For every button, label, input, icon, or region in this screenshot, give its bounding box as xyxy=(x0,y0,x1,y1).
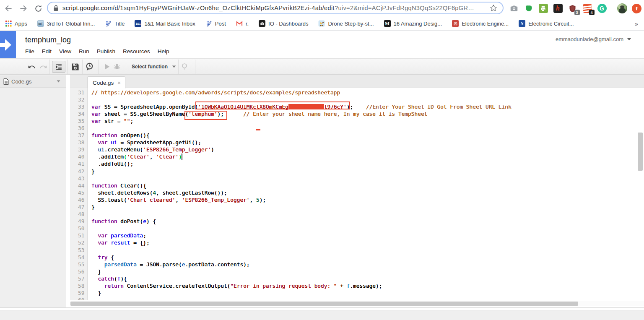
hackernoon-extension-button[interactable]: h xyxy=(553,3,564,14)
printfriendly-extension-button[interactable] xyxy=(538,3,549,14)
bookmark-item[interactable]: r. xyxy=(231,18,254,29)
hint-button[interactable] xyxy=(178,60,191,73)
bookmark-item[interactable]: Drone Step-by-st... xyxy=(313,18,379,29)
address-bar[interactable]: script.google.com/d/1sqm1HyFgyPWGniHJaW-… xyxy=(47,2,504,14)
horizontal-scrollbar[interactable] xyxy=(70,301,644,306)
vertical-scrollbar-thumb[interactable] xyxy=(638,133,643,171)
line-number: 57 xyxy=(70,275,85,282)
menu-edit[interactable]: Edit xyxy=(42,48,52,55)
code-line: var ui = SpreadsheetApp.getUi(); xyxy=(91,139,644,146)
bookmark-label: r. xyxy=(246,21,249,27)
bookmark-item[interactable]: Electronic Engine... xyxy=(447,18,514,29)
editor-toolbar: Select function xyxy=(0,58,644,75)
todoist-badge: 4 xyxy=(589,10,595,15)
evernote-extension-button[interactable] xyxy=(523,3,534,14)
page-footer xyxy=(0,310,644,320)
url-domain: script.google.com xyxy=(62,5,113,11)
menu-publish[interactable]: Publish xyxy=(97,48,115,55)
avatar-image xyxy=(617,3,627,13)
code-line: var result = {}; xyxy=(91,239,644,246)
io-cam-favicon xyxy=(259,20,265,27)
select-function-dropdown[interactable]: Select function xyxy=(128,60,179,73)
profile-avatar[interactable] xyxy=(617,3,628,14)
code-line: sheet.deleteRows(4, sheet.getLastRow()); xyxy=(91,189,644,196)
code-line: var SS = SpreadsheetApp.openById('1QWbKA… xyxy=(91,103,644,110)
bookmarks-overflow-chevron[interactable]: » xyxy=(635,20,638,27)
line-number: 35 xyxy=(70,117,85,125)
tab-code-gs[interactable]: Code.gs × xyxy=(87,76,125,88)
line-number: 55 xyxy=(70,261,85,268)
code-line: } xyxy=(91,168,644,175)
debug-button[interactable] xyxy=(111,60,123,73)
menu-help[interactable]: Help xyxy=(158,48,169,55)
reload-button[interactable] xyxy=(33,3,44,14)
code-line: // https://developers.google.com/adwords… xyxy=(91,89,644,96)
bookmark-item[interactable]: Title xyxy=(100,18,130,29)
line-number: 33 xyxy=(70,103,85,110)
todoist-extension-button[interactable]: 4 xyxy=(582,3,593,14)
bookmark-star-icon[interactable] xyxy=(489,4,498,12)
tab-close-icon[interactable]: × xyxy=(117,80,121,86)
code-line: function doPost(e) { xyxy=(91,218,644,225)
code-line: var str = ""; xyxy=(91,117,644,125)
code-line: parsedData = JSON.parse(e.postData.conte… xyxy=(91,261,644,268)
file-icon xyxy=(3,78,9,85)
sidebar-file-code-gs[interactable]: Code.gs xyxy=(0,75,66,88)
bookmark-item[interactable]: M16 Amazing Desig... xyxy=(379,18,447,29)
line-number: 56 xyxy=(70,268,85,275)
horizontal-scrollbar-thumb[interactable] xyxy=(70,302,578,306)
redo-button[interactable] xyxy=(37,60,49,73)
bookmark-item[interactable]: SElectronic Circuit... xyxy=(514,18,579,29)
menu-run[interactable]: Run xyxy=(79,48,89,55)
code-line: catch(f){ xyxy=(91,275,644,282)
account-menu[interactable]: emmaodunlade@gmail.com xyxy=(556,36,631,42)
forward-button[interactable] xyxy=(18,3,29,14)
screenshot-extension-button[interactable] xyxy=(509,3,519,14)
bookmark-item[interactable]: Post xyxy=(200,18,231,29)
annotation-box-sheet-id xyxy=(195,101,350,109)
code-line: var parsedData; xyxy=(91,232,644,239)
printer-icon xyxy=(539,4,548,13)
chevron-down-icon[interactable] xyxy=(57,80,60,83)
line-number: 41 xyxy=(70,160,85,167)
chip-favicon xyxy=(452,20,459,27)
menu-resources[interactable]: Resources xyxy=(123,48,150,55)
back-icon xyxy=(4,4,13,13)
menu-view[interactable]: View xyxy=(59,48,71,55)
forward-icon xyxy=(19,4,28,13)
hackernoon-icon: h xyxy=(553,4,563,13)
toolbar-separator xyxy=(82,60,83,74)
toolbar-separator xyxy=(98,60,99,74)
undo-button[interactable] xyxy=(25,60,38,73)
account-email: emmaodunlade@gmail.com xyxy=(556,36,623,42)
run-icon xyxy=(103,62,111,71)
line-number: 43 xyxy=(70,175,85,182)
sketch-favicon xyxy=(105,20,112,27)
code-pane[interactable]: // https://developers.google.com/adwords… xyxy=(88,88,644,300)
code-line xyxy=(91,211,644,218)
code-line xyxy=(91,225,644,232)
sidebar-splitter[interactable] xyxy=(66,75,70,307)
bookmark-item[interactable]: IO - Dashboards xyxy=(254,18,313,29)
line-number-gutter: 3132333435363738394041424344454647484950… xyxy=(70,88,88,300)
apps-script-logo xyxy=(0,31,16,58)
code-line: function onOpen(){ xyxy=(91,132,644,139)
ublock-badge: 3 xyxy=(574,10,580,15)
indent-button[interactable] xyxy=(52,61,65,73)
code-scroll-area[interactable]: 3132333435363738394041424344454647484950… xyxy=(70,88,644,300)
update-button[interactable] xyxy=(631,3,642,14)
save-button[interactable] xyxy=(69,60,81,73)
ublock-extension-button[interactable]: 3 xyxy=(567,3,578,14)
bookmark-item[interactable]: 1&11&1 Mail Basic Inbox xyxy=(130,18,200,29)
back-button[interactable] xyxy=(3,3,14,14)
execution-transcript-button[interactable] xyxy=(83,60,96,73)
bookmark-item[interactable]: Apps xyxy=(0,18,32,29)
grammarly-extension-button[interactable]: G xyxy=(597,3,608,14)
toolbar-separator xyxy=(612,5,612,12)
project-title[interactable]: temphum_log xyxy=(25,36,71,44)
menu-file[interactable]: File xyxy=(25,48,34,55)
line-number: 48 xyxy=(70,211,85,218)
line-number: 34 xyxy=(70,110,85,117)
bookmark-item[interactable]: IoT3rd IoT Global Inn... xyxy=(32,18,100,29)
sketch-favicon xyxy=(205,20,212,27)
